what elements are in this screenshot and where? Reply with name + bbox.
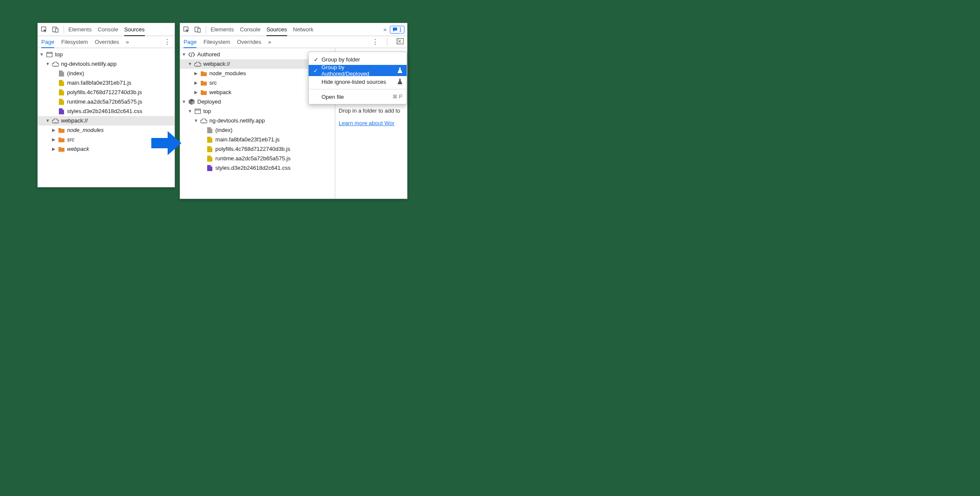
- sources-subtabs: Page Filesystem Overrides » ⋮: [180, 36, 407, 48]
- frame-icon: [194, 108, 201, 115]
- subtab-page[interactable]: Page: [41, 37, 54, 48]
- tree-label: node_modules: [67, 126, 104, 135]
- svg-rect-9: [397, 39, 399, 44]
- tree-row[interactable]: ▼webpack://: [38, 116, 175, 126]
- tree-row[interactable]: ▼ng-devtools.netlify.app: [180, 116, 336, 126]
- chevron-down-icon[interactable]: ▼: [46, 61, 50, 67]
- device-toggle-icon[interactable]: [194, 26, 202, 34]
- issues-count: 1: [399, 27, 402, 33]
- doc-purple-icon: [58, 108, 65, 115]
- drop-hint: Drop in a folder to add to: [339, 107, 404, 114]
- tree-label: ng-devtools.netlify.app: [209, 116, 265, 126]
- issues-badge[interactable]: 1: [390, 26, 404, 34]
- doc-yellow-icon: [58, 98, 65, 105]
- menu-label: Group by Authored/Deployed: [322, 64, 392, 77]
- kebab-menu-icon[interactable]: ⋮: [164, 38, 171, 46]
- tree-row[interactable]: ▶polyfills.4c768d7122740d3b.js: [180, 144, 336, 154]
- tree-label: main.fa8bfa0e23f1eb71.js: [67, 79, 132, 88]
- tab-sources[interactable]: Sources: [266, 24, 287, 36]
- checkmark-icon: ✓: [313, 67, 319, 74]
- folder-icon: [58, 146, 65, 153]
- chevron-down-icon[interactable]: ▼: [40, 51, 44, 58]
- tree-row[interactable]: ▶(index): [180, 126, 336, 135]
- chevron-down-icon[interactable]: ▼: [194, 117, 198, 124]
- svg-line-10: [191, 52, 192, 57]
- chevron-down-icon[interactable]: ▼: [188, 61, 192, 67]
- tab-console[interactable]: Console: [98, 24, 118, 36]
- chevron-right-icon[interactable]: ▶: [194, 70, 198, 77]
- subtab-overrides[interactable]: Overrides: [237, 37, 261, 47]
- chevron-down-icon[interactable]: ▼: [46, 117, 50, 124]
- top-tabbar: Elements Console Sources: [38, 23, 175, 36]
- cloud-icon: [52, 117, 59, 124]
- chevron-right-icon[interactable]: ▶: [194, 89, 198, 96]
- cloud-icon: [52, 61, 59, 67]
- menu-open-file[interactable]: Open file ⌘ P: [309, 91, 407, 102]
- more-tabs-icon[interactable]: »: [383, 26, 386, 33]
- subtab-filesystem[interactable]: Filesystem: [61, 37, 88, 47]
- subtab-page[interactable]: Page: [184, 37, 196, 48]
- chevron-down-icon[interactable]: ▼: [182, 51, 186, 58]
- flask-icon: [398, 67, 402, 74]
- chevron-down-icon[interactable]: ▼: [182, 98, 186, 105]
- chevron-right-icon[interactable]: ▶: [194, 80, 198, 86]
- tree-label: polyfills.4c768d7122740d3b.js: [67, 88, 142, 97]
- tree-row[interactable]: ▶main.fa8bfa0e23f1eb71.js: [38, 78, 175, 88]
- tree-row[interactable]: ▶runtime.aa2dc5a72b65a575.js: [38, 97, 175, 107]
- menu-label: Hide ignore-listed sources: [322, 79, 386, 85]
- tree-label: webpack://: [203, 60, 230, 69]
- tree-row[interactable]: ▶styles.d3e2b24618d2c641.css: [38, 107, 175, 116]
- box-icon: [188, 98, 195, 105]
- tab-console[interactable]: Console: [240, 24, 260, 36]
- menu-group-by-authored-deployed[interactable]: ✓ Group by Authored/Deployed: [309, 65, 407, 76]
- tree-label: top: [203, 107, 211, 116]
- toggle-debugger-icon[interactable]: [397, 38, 404, 46]
- tree-row[interactable]: ▶styles.d3e2b24618d2c641.css: [180, 163, 336, 173]
- folder-icon: [200, 80, 207, 86]
- tab-elements[interactable]: Elements: [68, 24, 92, 36]
- tab-elements[interactable]: Elements: [211, 24, 234, 36]
- doc-grey-icon: [206, 127, 213, 134]
- chevron-right-icon[interactable]: ▶: [52, 136, 56, 143]
- device-toggle-icon[interactable]: [52, 26, 59, 34]
- more-tabs-icon[interactable]: »: [268, 39, 271, 45]
- learn-more-link[interactable]: Learn more about Wor: [339, 120, 404, 126]
- doc-yellow-icon: [206, 155, 213, 162]
- more-tabs-icon[interactable]: »: [126, 39, 129, 45]
- tree-row[interactable]: ▼top: [38, 50, 175, 59]
- chevron-down-icon[interactable]: ▼: [188, 108, 192, 115]
- inspect-icon[interactable]: [183, 26, 190, 34]
- checkmark-icon: ✓: [313, 56, 319, 63]
- menu-label: Group by folder: [322, 56, 360, 63]
- subtab-filesystem[interactable]: Filesystem: [203, 37, 230, 47]
- svg-rect-3: [47, 52, 52, 57]
- context-menu: ✓ Group by folder ✓ Group by Authored/De…: [308, 52, 407, 104]
- chevron-right-icon[interactable]: ▶: [52, 146, 56, 153]
- kebab-menu-icon[interactable]: ⋮: [372, 38, 379, 46]
- cloud-icon: [200, 117, 207, 124]
- folder-icon: [58, 136, 65, 143]
- tree-label: webpack://: [61, 116, 88, 126]
- cloud-icon: [194, 61, 201, 67]
- tree-label: main.fa8bfa0e23f1eb71.js: [215, 135, 280, 144]
- tab-network[interactable]: Network: [293, 24, 314, 36]
- tree-row[interactable]: ▶main.fa8bfa0e23f1eb71.js: [180, 135, 336, 144]
- divider: [64, 26, 64, 34]
- tree-label: ng-devtools.netlify.app: [61, 60, 116, 69]
- menu-divider: [309, 89, 407, 89]
- inspect-icon[interactable]: [40, 26, 48, 34]
- tree-row[interactable]: ▶runtime.aa2dc5a72b65a575.js: [180, 154, 336, 163]
- doc-yellow-icon: [206, 136, 213, 143]
- chevron-right-icon[interactable]: ▶: [52, 127, 56, 134]
- menu-hide-ignore-listed[interactable]: Hide ignore-listed sources: [309, 76, 407, 87]
- tree-label: styles.d3e2b24618d2c641.css: [215, 164, 291, 173]
- menu-group-by-folder[interactable]: ✓ Group by folder: [309, 54, 407, 65]
- main-tabs: Elements Console Sources: [68, 24, 172, 36]
- tree-row[interactable]: ▶polyfills.4c768d7122740d3b.js: [38, 88, 175, 97]
- frame-icon: [46, 51, 53, 58]
- tree-row[interactable]: ▼top: [180, 107, 336, 116]
- tree-row[interactable]: ▼ng-devtools.netlify.app: [38, 59, 175, 69]
- tab-sources[interactable]: Sources: [124, 24, 145, 36]
- subtab-overrides[interactable]: Overrides: [95, 37, 119, 47]
- tree-row[interactable]: ▶(index): [38, 69, 175, 78]
